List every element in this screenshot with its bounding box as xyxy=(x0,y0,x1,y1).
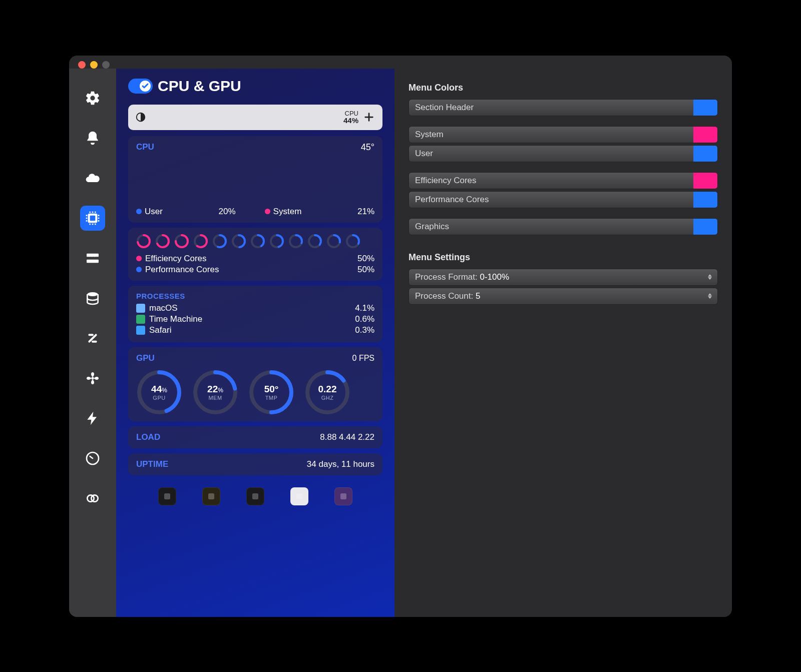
sidebar-item-notifications[interactable] xyxy=(80,126,105,151)
app-link-marked[interactable] xyxy=(202,487,220,505)
color-swatch[interactable] xyxy=(693,127,717,143)
core-rings-chart xyxy=(136,234,374,249)
app-icon xyxy=(251,492,260,501)
svg-rect-2 xyxy=(87,253,99,257)
process-pct: 4.1% xyxy=(355,303,374,313)
plus-icon xyxy=(363,112,374,123)
fan-icon xyxy=(85,370,101,386)
cloud-icon xyxy=(85,170,101,186)
color-setting-row: Section Header xyxy=(409,99,718,116)
app-link-shortcuts[interactable] xyxy=(334,487,352,505)
add-widget-button[interactable] xyxy=(362,111,375,124)
menubar-preview[interactable]: CPU 44% xyxy=(128,105,382,130)
sidebar-item-sensors[interactable] xyxy=(80,366,105,391)
process-name: Safari xyxy=(149,325,171,335)
core-ring xyxy=(212,234,227,249)
dot-icon xyxy=(136,267,142,272)
window-zoom-button[interactable] xyxy=(102,61,110,69)
sidebar-item-disks[interactable] xyxy=(80,286,105,311)
svg-rect-46 xyxy=(296,493,302,499)
gpu-ring: 44%GPU xyxy=(136,369,182,415)
ring-label: GPU xyxy=(153,395,165,401)
chip-icon xyxy=(85,210,101,226)
network-icon xyxy=(85,330,101,346)
gpu-ring: 50°TMP xyxy=(248,369,294,415)
color-swatch[interactable] xyxy=(693,173,717,189)
app-icon xyxy=(295,492,304,501)
sidebar-item-weather[interactable] xyxy=(80,166,105,191)
gear-icon xyxy=(85,90,101,106)
color-setting-row: Graphics xyxy=(409,218,718,235)
color-swatch[interactable] xyxy=(693,219,717,235)
panel-header: CPU & GPU xyxy=(128,78,382,95)
core-ring xyxy=(326,234,341,249)
load-value: 8.88 4.44 2.22 xyxy=(320,432,374,442)
color-setting-label: Graphics xyxy=(415,222,449,232)
color-setting-row: Performance Cores xyxy=(409,191,718,208)
stepper-icon xyxy=(707,293,712,299)
link-icon xyxy=(85,490,101,506)
core-ring xyxy=(193,234,208,249)
cpu-section-label: CPU xyxy=(136,142,154,152)
app-icon xyxy=(207,492,216,501)
color-setting-label: User xyxy=(415,149,433,159)
gpu-fps: 0 FPS xyxy=(352,354,374,363)
sidebar-item-memory[interactable] xyxy=(80,246,105,271)
color-swatch[interactable] xyxy=(693,100,717,116)
core-ring xyxy=(250,234,265,249)
app-link-activity-monitor[interactable] xyxy=(158,487,176,505)
menu-settings-header: Menu Settings xyxy=(409,252,718,263)
cores-card: Efficiency Cores 50% Performance Cores 5… xyxy=(128,228,382,281)
core-ring xyxy=(231,234,246,249)
module-enable-toggle[interactable] xyxy=(128,79,153,94)
window-minimize-button[interactable] xyxy=(90,61,98,69)
svg-point-5 xyxy=(91,377,94,379)
app-window: CPU & GPU CPU 44% CPU 45° xyxy=(69,56,732,617)
window-close-button[interactable] xyxy=(78,61,86,69)
app-icon xyxy=(339,492,348,501)
color-setting-row: System xyxy=(409,126,718,143)
ring-label: TMP xyxy=(265,395,278,401)
sidebar-item-clock[interactable] xyxy=(80,446,105,471)
bolt-icon xyxy=(85,410,101,426)
panel-title: CPU & GPU xyxy=(158,78,241,95)
sidebar-item-combined[interactable] xyxy=(80,486,105,511)
sidebar-item-network[interactable] xyxy=(80,326,105,351)
svg-rect-47 xyxy=(340,493,346,499)
color-swatch[interactable] xyxy=(693,192,717,208)
app-links xyxy=(128,487,382,505)
core-ring xyxy=(136,234,151,249)
cpu-temp: 45° xyxy=(361,142,374,153)
select-row[interactable]: Process Format: 0-100% xyxy=(409,269,718,286)
select-row[interactable]: Process Count: 5 xyxy=(409,288,718,305)
load-card: LOAD 8.88 4.44 2.22 xyxy=(128,426,382,448)
process-row[interactable]: macOS 4.1% xyxy=(136,303,374,313)
gpu-card: GPU 0 FPS 44%GPU 22%MEM 50°TMP 0.22GHZ xyxy=(128,347,382,421)
sidebar-item-cpu-gpu[interactable] xyxy=(80,206,105,231)
process-pct: 0.6% xyxy=(355,314,374,324)
color-setting-row: User xyxy=(409,145,718,162)
sidebar-item-general[interactable] xyxy=(80,86,105,111)
select-label: Process Count: 5 xyxy=(415,291,480,301)
eff-cores-label: Efficiency Cores xyxy=(145,254,207,264)
process-row[interactable]: Safari 0.3% xyxy=(136,325,374,335)
stepper-icon xyxy=(707,274,712,280)
color-swatch[interactable] xyxy=(693,146,717,162)
eff-cores-pct: 50% xyxy=(357,254,374,264)
app-icon xyxy=(136,315,145,324)
process-row[interactable]: Time Machine 0.6% xyxy=(136,314,374,324)
user-pct: 20% xyxy=(219,207,236,217)
cpu-usage-chart xyxy=(136,164,374,203)
dot-icon xyxy=(136,209,142,214)
app-link-terminal[interactable] xyxy=(246,487,264,505)
sidebar-item-battery[interactable] xyxy=(80,406,105,431)
svg-rect-1 xyxy=(90,215,96,221)
app-link-xcode[interactable] xyxy=(290,487,308,505)
uptime-card: UPTIME 34 days, 11 hours xyxy=(128,453,382,475)
perf-cores-pct: 50% xyxy=(357,265,374,275)
checkmark-circle-icon xyxy=(139,80,151,92)
color-setting-label: System xyxy=(415,130,444,140)
gpu-ring: 22%MEM xyxy=(192,369,238,415)
core-ring xyxy=(174,234,189,249)
contrast-icon xyxy=(135,112,146,123)
